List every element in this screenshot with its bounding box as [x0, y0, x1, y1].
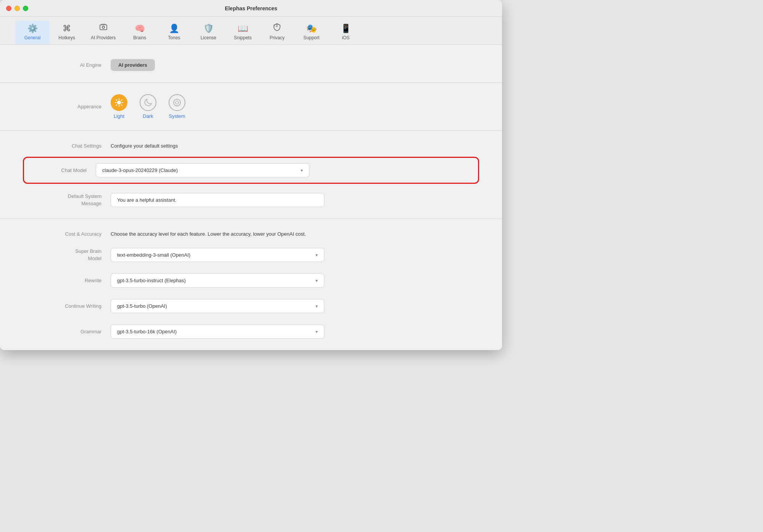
grammar-dropdown[interactable]: gpt-3.5-turbo-16k (OpenAI) ▾ [111, 325, 324, 339]
grammar-value: gpt-3.5-turbo-16k (OpenAI) [117, 329, 177, 334]
svg-line-10 [116, 100, 117, 100]
appearance-options-group: Light Dark [111, 94, 479, 119]
license-icon: 🛡️ [203, 24, 214, 34]
chat-model-value: claude-3-opus-20240229 (Claude) [102, 167, 178, 173]
appearance-section: Apperance [0, 83, 502, 131]
rewrite-dropdown[interactable]: gpt-3.5-turbo-instruct (Elephas) ▾ [111, 273, 324, 288]
tab-ios-label: iOS [342, 35, 349, 40]
title-bar: Elephas Preferences [0, 0, 502, 17]
default-system-message-input[interactable] [111, 193, 324, 207]
snippets-icon: 📖 [238, 24, 248, 34]
chat-model-dropdown[interactable]: claude-3-opus-20240229 (Claude) ▾ [96, 163, 309, 177]
system-label: System [169, 113, 185, 119]
rewrite-value: gpt-3.5-turbo-instruct (Elephas) [117, 278, 186, 283]
cost-accuracy-desc: Choose the accuracy level for each featu… [111, 230, 479, 237]
light-label: Light [114, 113, 124, 119]
tab-tones-label: Tones [168, 35, 180, 40]
chat-settings-section: Chat Settings Configure your default set… [0, 131, 502, 219]
ai-providers-icon [99, 23, 108, 34]
rewrite-content: gpt-3.5-turbo-instruct (Elephas) ▾ [111, 273, 479, 288]
grammar-label: Grammar [23, 329, 111, 334]
tab-brains[interactable]: 🧠 Brains [122, 21, 157, 44]
hotkeys-icon: ⌘ [63, 24, 71, 34]
tab-brains-label: Brains [133, 35, 146, 40]
super-brain-model-value: text-embedding-3-small (OpenAI) [117, 252, 190, 258]
dark-label: Dark [143, 113, 153, 119]
tab-support-label: Support [303, 35, 319, 40]
grammar-row: Grammar gpt-3.5-turbo-16k (OpenAI) ▾ [0, 321, 502, 342]
svg-line-12 [121, 100, 122, 100]
appearance-label: Apperance [23, 104, 111, 109]
chat-settings-desc-text: Configure your default settings [111, 143, 178, 149]
close-button[interactable] [6, 6, 11, 11]
chat-model-label: Chat Model [31, 167, 96, 173]
continue-writing-label: Continue Writing [23, 303, 111, 309]
default-system-message-label-line2: Message [81, 201, 101, 206]
tab-ai-providers[interactable]: AI Providers [84, 20, 122, 44]
traffic-lights [6, 6, 28, 11]
svg-rect-0 [100, 25, 107, 30]
svg-line-11 [121, 105, 122, 106]
ai-engine-row: AI Engine AI providers [0, 55, 502, 75]
ai-engine-content: AI providers [111, 59, 479, 71]
maximize-button[interactable] [23, 6, 28, 11]
svg-point-1 [102, 26, 105, 29]
tab-hotkeys[interactable]: ⌘ Hotkeys [50, 21, 84, 44]
rewrite-row: Rewrite gpt-3.5-turbo-instruct (Elephas)… [0, 270, 502, 291]
chat-model-dropdown-arrow: ▾ [301, 168, 303, 173]
cost-accuracy-desc-text: Choose the accuracy level for each featu… [111, 231, 306, 237]
appearance-system[interactable]: System [169, 94, 185, 119]
chat-model-dropdown-wrapper: claude-3-opus-20240229 (Claude) ▾ [96, 163, 471, 177]
super-brain-model-label: Super Brain Model [23, 248, 111, 262]
tab-privacy-label: Privacy [270, 35, 285, 40]
continue-writing-value: gpt-3.5-turbo (OpenAI) [117, 303, 167, 309]
chat-settings-description: Configure your default settings [111, 142, 479, 149]
default-system-message-label-line1: Default System [68, 193, 101, 199]
tab-tones[interactable]: 👤 Tones [157, 21, 191, 44]
svg-point-14 [175, 101, 179, 104]
tab-ai-providers-label: AI Providers [91, 35, 116, 40]
ios-icon: 📱 [341, 24, 351, 34]
rewrite-label: Rewrite [23, 278, 111, 283]
super-brain-model-dropdown[interactable]: text-embedding-3-small (OpenAI) ▾ [111, 248, 324, 262]
appearance-light[interactable]: Light [111, 94, 127, 119]
default-system-message-label: Default System Message [23, 193, 111, 207]
chat-settings-header-row: Chat Settings Configure your default set… [0, 138, 502, 153]
support-icon: 🎭 [306, 24, 317, 34]
svg-line-13 [116, 105, 117, 106]
tab-privacy[interactable]: Privacy [260, 20, 294, 44]
tab-hotkeys-label: Hotkeys [58, 35, 75, 40]
privacy-icon [273, 23, 281, 34]
super-brain-model-content: text-embedding-3-small (OpenAI) ▾ [111, 248, 479, 262]
super-brain-model-row: Super Brain Model text-embedding-3-small… [0, 244, 502, 266]
default-system-message-row: Default System Message [0, 189, 502, 211]
svg-point-15 [174, 99, 180, 106]
ai-providers-button[interactable]: AI providers [111, 59, 155, 71]
tab-support[interactable]: 🎭 Support [294, 21, 328, 44]
chat-settings-label: Chat Settings [23, 143, 111, 149]
super-brain-model-arrow: ▾ [316, 252, 318, 258]
brains-icon: 🧠 [135, 24, 145, 34]
tab-ios[interactable]: 📱 iOS [328, 21, 363, 44]
continue-writing-row: Continue Writing gpt-3.5-turbo (OpenAI) … [0, 295, 502, 317]
appearance-row: Apperance [0, 90, 502, 123]
default-system-message-content [111, 193, 479, 207]
grammar-content: gpt-3.5-turbo-16k (OpenAI) ▾ [111, 325, 479, 339]
ai-engine-label: AI Engine [23, 62, 111, 68]
general-icon: ⚙️ [27, 24, 38, 34]
tab-snippets-label: Snippets [234, 35, 252, 40]
tab-license[interactable]: 🛡️ License [191, 21, 225, 44]
chat-model-highlight-box: Chat Model claude-3-opus-20240229 (Claud… [23, 157, 479, 184]
appearance-dark[interactable]: Dark [140, 94, 156, 119]
tab-bar: ⚙️ General ⌘ Hotkeys AI Providers 🧠 Brai… [0, 17, 502, 45]
continue-writing-dropdown[interactable]: gpt-3.5-turbo (OpenAI) ▾ [111, 299, 324, 313]
light-icon [111, 94, 127, 111]
minimize-button[interactable] [14, 6, 20, 11]
tab-snippets[interactable]: 📖 Snippets [225, 21, 260, 44]
super-brain-label-line2: Model [88, 256, 101, 261]
tab-general[interactable]: ⚙️ General [15, 21, 50, 44]
main-content: AI Engine AI providers Apperance [0, 45, 502, 350]
continue-writing-content: gpt-3.5-turbo (OpenAI) ▾ [111, 299, 479, 313]
rewrite-arrow: ▾ [316, 278, 318, 283]
dark-icon [140, 94, 156, 111]
